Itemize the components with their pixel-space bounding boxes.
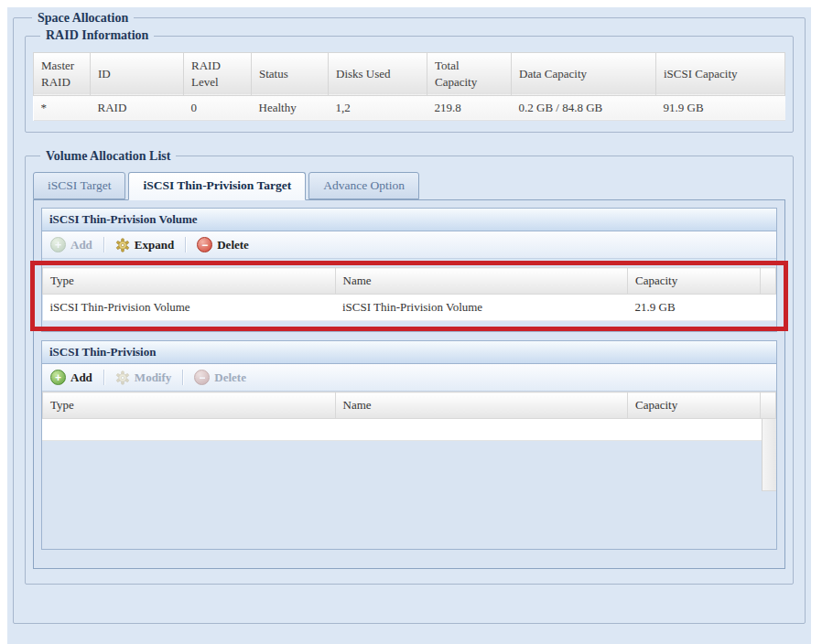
- tab-content-panel: iSCSI Thin-Privision Volume + Add: [33, 199, 785, 569]
- raid-information-table: Master RAID ID RAID Level Status Disks U…: [33, 52, 785, 121]
- tab-strip: iSCSI Target iSCSI Thin-Privision Target…: [33, 172, 785, 199]
- raid-information-legend: RAID Information: [40, 28, 154, 42]
- modify-gear-icon: [115, 370, 130, 385]
- tab-iscsi-thin-privision-target[interactable]: iSCSI Thin-Privision Target: [128, 172, 306, 200]
- delete-button-label: Delete: [214, 370, 246, 385]
- raid-information-groupbox: RAID Information Master RAID ID RAID Lev…: [25, 28, 794, 132]
- add-button[interactable]: + Add: [48, 236, 95, 253]
- thin-table-header-row: Type Name Capacity: [43, 392, 776, 419]
- delete-icon: −: [194, 370, 210, 385]
- cell-id: RAID: [91, 95, 184, 120]
- col-capacity[interactable]: Capacity: [628, 392, 761, 419]
- col-data-capacity: Data Capacity: [512, 52, 656, 95]
- col-master-raid: Master RAID: [34, 52, 91, 95]
- toolbar-separator: [103, 370, 104, 385]
- thin-privision-volume-panel: iSCSI Thin-Privision Volume + Add: [41, 208, 777, 332]
- cell-iscsi-capacity: 91.9 GB: [656, 95, 785, 120]
- cell-capacity: 21.9 GB: [628, 295, 761, 321]
- col-raid-level: RAID Level: [184, 52, 252, 95]
- highlight-annotation: Type Name Capacity iSCSI Thin-Privision …: [30, 261, 788, 331]
- vertical-scrollbar[interactable]: [762, 419, 776, 491]
- col-id: ID: [91, 52, 184, 95]
- volume-allocation-legend: Volume Allocation List: [40, 149, 176, 163]
- cell-raid-level: 0: [184, 95, 252, 120]
- thin-privision-volume-table: Type Name Capacity iSCSI Thin-Privision …: [42, 267, 776, 321]
- col-name[interactable]: Name: [335, 268, 628, 295]
- add-button[interactable]: + Add: [48, 369, 95, 386]
- thin-privision-volume-panel-title: iSCSI Thin-Privision Volume: [42, 209, 776, 231]
- add-button-label: Add: [70, 370, 92, 385]
- col-disks-used: Disks Used: [329, 52, 427, 95]
- thin-privision-volume-toolbar: + Add: [42, 231, 776, 259]
- toolbar-separator: [103, 237, 104, 252]
- expand-button[interactable]: Expand: [113, 237, 177, 253]
- cell-master-raid: *: [34, 95, 91, 120]
- cell-disks-used: 1,2: [329, 95, 427, 120]
- expand-gear-icon: [115, 238, 130, 252]
- raid-table-row[interactable]: * RAID 0 Healthy 1,2 219.8 0.2 GB / 84.8…: [34, 95, 785, 120]
- col-capacity[interactable]: Capacity: [628, 268, 761, 295]
- content-area: Space Allocation RAID Information Master…: [7, 7, 811, 644]
- cell-name: iSCSI Thin-Privision Volume: [335, 295, 628, 321]
- thin-table-body: [42, 419, 776, 549]
- cell-type: iSCSI Thin-Privision Volume: [43, 295, 336, 321]
- col-type[interactable]: Type: [43, 268, 336, 295]
- toolbar-separator: [182, 370, 183, 385]
- modify-button[interactable]: Modify: [113, 370, 174, 386]
- add-button-label: Add: [70, 238, 92, 252]
- volume-allocation-groupbox: Volume Allocation List iSCSI Target iSCS…: [25, 149, 794, 585]
- panel-gap: [41, 332, 777, 340]
- toolbar-separator: [185, 237, 186, 252]
- thin-privision-table: Type Name Capacity: [42, 392, 776, 419]
- tab-iscsi-target[interactable]: iSCSI Target: [33, 172, 125, 199]
- modify-button-label: Modify: [135, 370, 171, 385]
- cell-scroll-spacer: [761, 295, 776, 321]
- delete-button[interactable]: − Delete: [191, 369, 249, 386]
- thin-privision-toolbar: + Add: [42, 364, 776, 392]
- thin-privision-panel-title: iSCSI Thin-Privision: [42, 341, 776, 364]
- empty-row: [42, 419, 776, 441]
- col-total-capacity: Total Capacity: [427, 52, 512, 95]
- space-allocation-legend: Space Allocation: [32, 11, 134, 25]
- delete-button-label: Delete: [217, 238, 249, 252]
- cell-status: Healthy: [252, 95, 329, 120]
- delete-icon: −: [197, 237, 212, 252]
- cell-total-capacity: 219.8: [427, 95, 512, 120]
- space-allocation-groupbox: Space Allocation RAID Information Master…: [13, 11, 806, 624]
- volume-table-row[interactable]: iSCSI Thin-Privision Volume iSCSI Thin-P…: [43, 295, 776, 321]
- volume-table-header-row: Type Name Capacity: [43, 268, 776, 295]
- tab-advance-option[interactable]: Advance Option: [308, 172, 419, 199]
- col-type[interactable]: Type: [43, 392, 336, 419]
- col-scroll-spacer: [761, 268, 776, 295]
- thin-privision-panel: iSCSI Thin-Privision + Add: [41, 340, 777, 550]
- delete-button[interactable]: − Delete: [194, 236, 252, 253]
- raid-table-header-row: Master RAID ID RAID Level Status Disks U…: [34, 52, 785, 95]
- col-iscsi-capacity: iSCSI Capacity: [656, 52, 785, 95]
- expand-button-label: Expand: [135, 238, 174, 252]
- col-name[interactable]: Name: [335, 392, 628, 419]
- cell-data-capacity: 0.2 GB / 84.8 GB: [512, 95, 656, 120]
- add-icon: +: [50, 237, 66, 252]
- grid-empty-area: [42, 441, 776, 549]
- col-scroll-spacer: [761, 392, 776, 419]
- col-status: Status: [252, 52, 329, 95]
- add-icon: +: [50, 370, 66, 385]
